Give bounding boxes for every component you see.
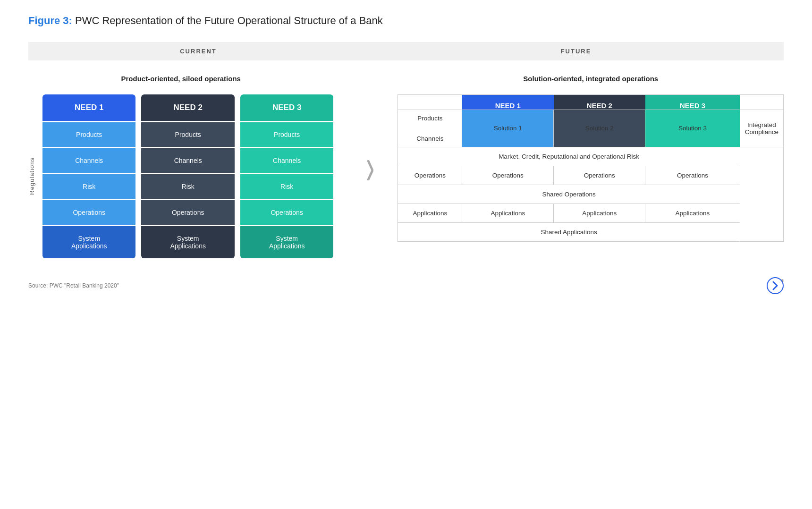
solution2-cell: Solution 2 <box>554 110 645 147</box>
need1-header: NEED 1 <box>42 94 135 121</box>
operations-label-cell: Operations <box>398 166 462 185</box>
regulations-label: Regulations <box>28 157 35 195</box>
current-diagram: Regulations NEED 1 Products Channels Ris… <box>28 94 333 258</box>
figure-text: PWC Representation of the Future Operati… <box>75 15 383 26</box>
need1-operations: Operations <box>42 200 135 225</box>
arrow-section: › <box>352 75 388 258</box>
current-subtitle: Product-oriented, siloed operations <box>28 75 333 83</box>
future-need3-header: NEED 3 <box>645 95 740 110</box>
need1-channels: Channels <box>42 148 135 173</box>
solution1-cell: Solution 1 <box>462 110 554 147</box>
right-arrow-icon: › <box>366 140 374 192</box>
need3-operations: Operations <box>240 200 333 225</box>
applications2-cell: Applications <box>554 204 645 222</box>
channels-label: Channels <box>405 135 455 142</box>
need3-column: NEED 3 Products Channels Risk Operations… <box>240 94 333 258</box>
shared-operations-row: Shared Operations <box>398 185 784 204</box>
future-need1-header: NEED 1 <box>462 95 554 110</box>
source-text: Source: PWC "Retail Banking 2020" <box>28 282 119 289</box>
current-side: Product-oriented, siloed operations Regu… <box>28 75 352 258</box>
future-table: NEED 1 NEED 2 NEED 3 Products Channels S… <box>398 94 784 242</box>
need1-products: Products <box>42 122 135 147</box>
need-headers-row: NEED 1 NEED 2 NEED 3 <box>398 94 784 110</box>
need3-channels: Channels <box>240 148 333 173</box>
need2-header: NEED 2 <box>141 94 234 121</box>
need1-risk: Risk <box>42 174 135 199</box>
applications-label-cell: Applications <box>398 204 462 222</box>
operations2-cell: Operations <box>554 166 645 185</box>
need3-products: Products <box>240 122 333 147</box>
products-label: Products <box>405 115 455 122</box>
future-need2-header: NEED 2 <box>554 95 645 110</box>
section-headers: CURRENT FUTURE <box>28 42 784 60</box>
need3-system-applications: SystemApplications <box>240 226 333 258</box>
operations1-cell: Operations <box>462 166 554 185</box>
market-credit-risk-cell: Market, Credit, Reputational and Operati… <box>398 147 740 166</box>
figure-title: Figure 3: PWC Representation of the Futu… <box>28 14 784 28</box>
need1-column: NEED 1 Products Channels Risk Operations… <box>42 94 135 258</box>
products-channels-label: Products Channels <box>398 110 462 147</box>
shared-applications-cell: Shared Applications <box>398 222 740 241</box>
current-header: CURRENT <box>28 42 368 60</box>
need3-header: NEED 3 <box>240 94 333 121</box>
operations3-cell: Operations <box>645 166 740 185</box>
svg-point-0 <box>767 278 783 294</box>
future-subtitle: Solution-oriented, integrated operations <box>398 75 784 83</box>
need2-operations: Operations <box>141 200 234 225</box>
need2-products: Products <box>141 122 234 147</box>
main-content: Product-oriented, siloed operations Regu… <box>28 75 784 258</box>
operations-row: Operations Operations Operations Operati… <box>398 166 784 185</box>
applications3-cell: Applications <box>645 204 740 222</box>
applications-row: Applications Applications Applications A… <box>398 204 784 222</box>
pwc-logo: TM <box>767 277 784 294</box>
need2-system-applications: SystemApplications <box>141 226 234 258</box>
need1-system-applications: SystemApplications <box>42 226 135 258</box>
shared-operations-cell: Shared Operations <box>398 185 740 204</box>
future-side: Solution-oriented, integrated operations… <box>388 75 784 258</box>
need2-risk: Risk <box>141 174 234 199</box>
need3-risk: Risk <box>240 174 333 199</box>
need2-column: NEED 2 Products Channels Risk Operations… <box>141 94 234 258</box>
columns-wrapper: NEED 1 Products Channels Risk Operations… <box>42 94 333 258</box>
need2-channels: Channels <box>141 148 234 173</box>
figure-label: Figure 3: <box>28 15 72 26</box>
integrated-compliance-cell: Integrated Compliance <box>740 110 783 147</box>
footer: Source: PWC "Retail Banking 2020" TM <box>28 277 784 294</box>
svg-text:TM: TM <box>781 279 784 282</box>
solution3-cell: Solution 3 <box>645 110 740 147</box>
applications1-cell: Applications <box>462 204 554 222</box>
market-credit-risk-row: Market, Credit, Reputational and Operati… <box>398 147 784 166</box>
future-header: FUTURE <box>368 42 784 60</box>
shared-applications-row: Shared Applications <box>398 222 784 241</box>
